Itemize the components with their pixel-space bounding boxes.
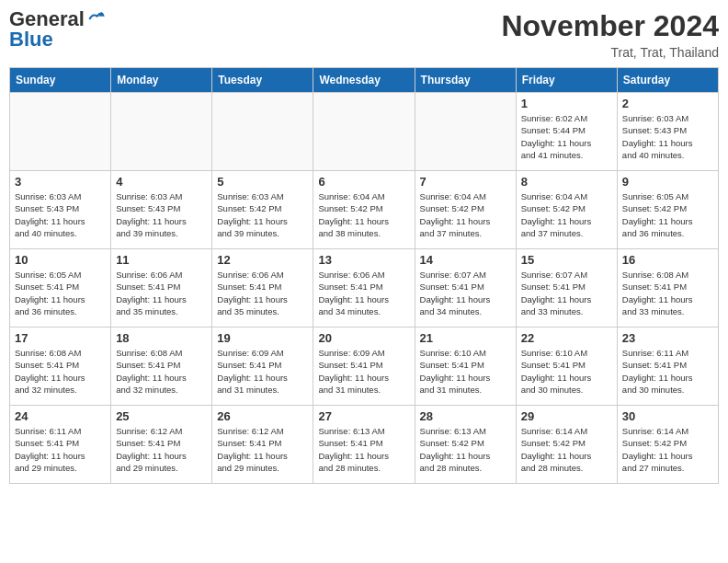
- day-number: 10: [15, 253, 106, 267]
- calendar-table: SundayMondayTuesdayWednesdayThursdayFrid…: [9, 67, 719, 484]
- day-info: Sunrise: 6:07 AMSunset: 5:41 PMDaylight:…: [521, 269, 612, 317]
- day-info: Sunrise: 6:05 AMSunset: 5:41 PMDaylight:…: [15, 269, 106, 317]
- day-cell: 12Sunrise: 6:06 AMSunset: 5:41 PMDayligh…: [212, 249, 313, 327]
- day-cell: 3Sunrise: 6:03 AMSunset: 5:43 PMDaylight…: [10, 171, 111, 249]
- day-info: Sunrise: 6:02 AMSunset: 5:44 PMDaylight:…: [521, 112, 612, 161]
- day-info: Sunrise: 6:14 AMSunset: 5:42 PMDaylight:…: [622, 425, 713, 474]
- day-info: Sunrise: 6:04 AMSunset: 5:42 PMDaylight:…: [521, 190, 612, 239]
- day-cell: 29Sunrise: 6:14 AMSunset: 5:42 PMDayligh…: [516, 406, 617, 484]
- day-cell: [415, 93, 516, 171]
- day-number: 21: [420, 331, 511, 345]
- day-cell: 16Sunrise: 6:08 AMSunset: 5:41 PMDayligh…: [617, 249, 718, 327]
- day-cell: 21Sunrise: 6:10 AMSunset: 5:41 PMDayligh…: [415, 327, 516, 406]
- day-info: Sunrise: 6:10 AMSunset: 5:41 PMDaylight:…: [420, 347, 511, 396]
- day-info: Sunrise: 6:11 AMSunset: 5:41 PMDaylight:…: [15, 425, 106, 474]
- day-number: 19: [217, 331, 308, 345]
- day-cell: 7Sunrise: 6:04 AMSunset: 5:42 PMDaylight…: [415, 171, 516, 249]
- day-number: 29: [521, 409, 612, 423]
- day-info: Sunrise: 6:08 AMSunset: 5:41 PMDaylight:…: [116, 347, 207, 396]
- day-cell: 5Sunrise: 6:03 AMSunset: 5:42 PMDaylight…: [212, 171, 313, 249]
- day-cell: 15Sunrise: 6:07 AMSunset: 5:41 PMDayligh…: [516, 249, 617, 327]
- day-number: 28: [420, 409, 511, 423]
- day-info: Sunrise: 6:04 AMSunset: 5:42 PMDaylight:…: [318, 190, 409, 239]
- day-info: Sunrise: 6:12 AMSunset: 5:41 PMDaylight:…: [217, 425, 308, 474]
- logo: General Blue: [9, 9, 105, 50]
- day-info: Sunrise: 6:03 AMSunset: 5:43 PMDaylight:…: [15, 190, 106, 239]
- day-number: 23: [622, 331, 713, 345]
- day-number: 18: [116, 331, 207, 345]
- day-cell: 25Sunrise: 6:12 AMSunset: 5:41 PMDayligh…: [111, 406, 212, 484]
- day-cell: 19Sunrise: 6:09 AMSunset: 5:41 PMDayligh…: [212, 327, 313, 406]
- day-number: 25: [116, 409, 207, 423]
- day-number: 26: [217, 409, 308, 423]
- day-info: Sunrise: 6:08 AMSunset: 5:41 PMDaylight:…: [622, 269, 713, 317]
- day-info: Sunrise: 6:09 AMSunset: 5:41 PMDaylight:…: [318, 347, 409, 396]
- day-number: 9: [622, 175, 713, 189]
- day-cell: 17Sunrise: 6:08 AMSunset: 5:41 PMDayligh…: [10, 327, 111, 406]
- day-info: Sunrise: 6:03 AMSunset: 5:43 PMDaylight:…: [622, 112, 713, 161]
- col-header-thursday: Thursday: [415, 68, 516, 93]
- day-cell: 30Sunrise: 6:14 AMSunset: 5:42 PMDayligh…: [617, 406, 718, 484]
- week-row-5: 24Sunrise: 6:11 AMSunset: 5:41 PMDayligh…: [10, 406, 719, 484]
- day-cell: 23Sunrise: 6:11 AMSunset: 5:41 PMDayligh…: [617, 327, 718, 406]
- day-cell: 9Sunrise: 6:05 AMSunset: 5:42 PMDaylight…: [617, 171, 718, 249]
- day-cell: 1Sunrise: 6:02 AMSunset: 5:44 PMDaylight…: [516, 93, 617, 171]
- day-number: 24: [15, 409, 106, 423]
- day-number: 1: [521, 97, 612, 110]
- day-number: 22: [521, 331, 612, 345]
- header-row: SundayMondayTuesdayWednesdayThursdayFrid…: [10, 68, 719, 93]
- day-cell: 22Sunrise: 6:10 AMSunset: 5:41 PMDayligh…: [516, 327, 617, 406]
- day-cell: 4Sunrise: 6:03 AMSunset: 5:43 PMDaylight…: [111, 171, 212, 249]
- week-row-4: 17Sunrise: 6:08 AMSunset: 5:41 PMDayligh…: [10, 327, 719, 406]
- location-title: Trat, Trat, Thailand: [501, 45, 719, 60]
- day-number: 17: [15, 331, 106, 345]
- day-info: Sunrise: 6:13 AMSunset: 5:42 PMDaylight:…: [420, 425, 511, 474]
- day-info: Sunrise: 6:06 AMSunset: 5:41 PMDaylight:…: [318, 269, 409, 317]
- day-info: Sunrise: 6:03 AMSunset: 5:43 PMDaylight:…: [116, 190, 207, 239]
- col-header-saturday: Saturday: [617, 68, 718, 93]
- logo-general: General: [9, 9, 85, 29]
- day-number: 15: [521, 253, 612, 267]
- day-number: 7: [420, 175, 511, 189]
- day-info: Sunrise: 6:08 AMSunset: 5:41 PMDaylight:…: [15, 347, 106, 396]
- day-info: Sunrise: 6:13 AMSunset: 5:41 PMDaylight:…: [318, 425, 409, 474]
- day-number: 30: [622, 409, 713, 423]
- day-cell: 10Sunrise: 6:05 AMSunset: 5:41 PMDayligh…: [10, 249, 111, 327]
- day-info: Sunrise: 6:03 AMSunset: 5:42 PMDaylight:…: [217, 190, 308, 239]
- logo-icon: [86, 10, 105, 29]
- day-number: 13: [318, 253, 409, 267]
- day-info: Sunrise: 6:14 AMSunset: 5:42 PMDaylight:…: [521, 425, 612, 474]
- day-info: Sunrise: 6:07 AMSunset: 5:41 PMDaylight:…: [420, 269, 511, 317]
- day-number: 20: [318, 331, 409, 345]
- day-cell: 18Sunrise: 6:08 AMSunset: 5:41 PMDayligh…: [111, 327, 212, 406]
- week-row-1: 1Sunrise: 6:02 AMSunset: 5:44 PMDaylight…: [10, 93, 719, 171]
- col-header-wednesday: Wednesday: [313, 68, 415, 93]
- day-info: Sunrise: 6:05 AMSunset: 5:42 PMDaylight:…: [622, 190, 713, 239]
- day-info: Sunrise: 6:06 AMSunset: 5:41 PMDaylight:…: [217, 269, 308, 317]
- week-row-3: 10Sunrise: 6:05 AMSunset: 5:41 PMDayligh…: [10, 249, 719, 327]
- col-header-sunday: Sunday: [10, 68, 111, 93]
- day-info: Sunrise: 6:04 AMSunset: 5:42 PMDaylight:…: [420, 190, 511, 239]
- day-number: 2: [622, 97, 713, 110]
- day-number: 12: [217, 253, 308, 267]
- header: General Blue November 2024 Trat, Trat, T…: [9, 9, 719, 60]
- day-number: 14: [420, 253, 511, 267]
- day-number: 6: [318, 175, 409, 189]
- day-info: Sunrise: 6:06 AMSunset: 5:41 PMDaylight:…: [116, 269, 207, 317]
- day-number: 5: [217, 175, 308, 189]
- col-header-monday: Monday: [111, 68, 212, 93]
- day-cell: 26Sunrise: 6:12 AMSunset: 5:41 PMDayligh…: [212, 406, 313, 484]
- day-number: 27: [318, 409, 409, 423]
- day-info: Sunrise: 6:09 AMSunset: 5:41 PMDaylight:…: [217, 347, 308, 396]
- day-cell: 27Sunrise: 6:13 AMSunset: 5:41 PMDayligh…: [313, 406, 415, 484]
- day-cell: 13Sunrise: 6:06 AMSunset: 5:41 PMDayligh…: [313, 249, 415, 327]
- day-cell: [111, 93, 212, 171]
- day-cell: 14Sunrise: 6:07 AMSunset: 5:41 PMDayligh…: [415, 249, 516, 327]
- day-number: 3: [15, 175, 106, 189]
- day-info: Sunrise: 6:10 AMSunset: 5:41 PMDaylight:…: [521, 347, 612, 396]
- day-number: 16: [622, 253, 713, 267]
- col-header-tuesday: Tuesday: [212, 68, 313, 93]
- day-cell: 6Sunrise: 6:04 AMSunset: 5:42 PMDaylight…: [313, 171, 415, 249]
- day-cell: 20Sunrise: 6:09 AMSunset: 5:41 PMDayligh…: [313, 327, 415, 406]
- col-header-friday: Friday: [516, 68, 617, 93]
